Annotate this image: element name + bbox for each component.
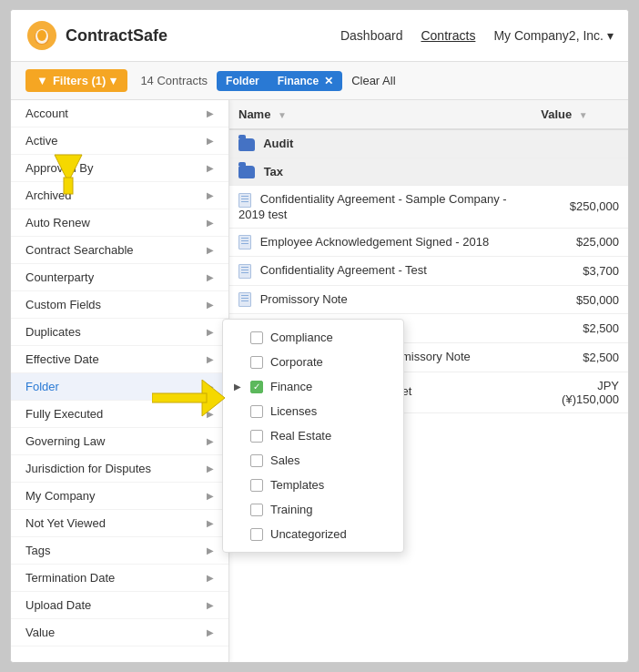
checkbox-icon[interactable] — [250, 356, 263, 369]
value-cell — [532, 129, 628, 158]
name-cell: Audit — [229, 129, 532, 158]
filter-arrow-icon: ▶ — [207, 436, 214, 446]
name-cell: Confidentiality Agreement - Test — [229, 257, 532, 286]
table-row[interactable]: Promissory Note $50,000 — [229, 285, 628, 314]
subfolder-item-uncategorized[interactable]: Uncategorized — [223, 522, 403, 546]
subfolder-item-corporate[interactable]: Corporate — [223, 350, 403, 374]
filter-menu-item-my-company[interactable]: My Company▶ — [11, 483, 228, 510]
name-cell: Tax — [229, 158, 532, 186]
filter-arrow-icon: ▶ — [207, 545, 214, 555]
content-area: Account▶Active▶Approved By▶Archived▶Auto… — [11, 100, 628, 662]
filter-menu-item-tags[interactable]: Tags▶ — [11, 537, 228, 565]
svg-point-2 — [37, 30, 46, 41]
filter-arrow-icon: ▶ — [207, 491, 214, 501]
filter-menu-item-value[interactable]: Value▶ — [11, 619, 228, 647]
nav-contracts[interactable]: Contracts — [421, 28, 475, 43]
filter-menu-item-governing-law[interactable]: Governing Law▶ — [11, 428, 228, 455]
filter-menu-item-not-yet-viewed[interactable]: Not Yet Viewed▶ — [11, 510, 228, 537]
filter-menu: Account▶Active▶Approved By▶Archived▶Auto… — [11, 100, 229, 662]
table-row[interactable]: Employee Acknowledgement Signed - 2018 $… — [229, 228, 628, 257]
filter-tag-folder: Folder — [217, 71, 269, 91]
nav-company[interactable]: My Company2, Inc. ▾ — [493, 28, 614, 43]
checkbox-icon[interactable] — [250, 479, 263, 492]
funnel-icon: ▼ — [36, 74, 48, 87]
doc-icon — [238, 193, 251, 208]
expand-arrow-icon: ▶ — [234, 382, 243, 392]
filter-tag-close-icon[interactable]: ✕ — [324, 75, 333, 87]
filter-menu-item-approved-by[interactable]: Approved By▶ — [11, 155, 228, 182]
nav-dashboard[interactable]: Dashboard — [340, 28, 403, 43]
filter-label: Jurisdiction for Disputes — [25, 462, 151, 475]
contract-name: Employee Acknowledgement Signed - 2018 — [260, 235, 490, 249]
table-row[interactable]: Confidentiality Agreement - Sample Compa… — [229, 186, 628, 229]
filter-menu-item-effective-date[interactable]: Effective Date▶ — [11, 346, 228, 373]
filter-menu-item-counterparty[interactable]: Counterparty▶ — [11, 264, 228, 291]
filter-arrow-icon: ▶ — [207, 600, 214, 610]
name-cell: Confidentiality Agreement - Sample Compa… — [229, 186, 532, 229]
header: ContractSafe Dashboard Contracts My Comp… — [11, 10, 628, 62]
checkbox-icon[interactable] — [250, 528, 263, 541]
filter-label: Contract Searchable — [25, 243, 134, 257]
checkbox-icon[interactable] — [250, 430, 263, 443]
subfolder-item-finance[interactable]: ▶ Finance — [223, 374, 403, 399]
checkbox-icon[interactable] — [250, 454, 263, 467]
chevron-down-icon: ▾ — [607, 28, 614, 43]
filter-menu-item-folder[interactable]: Folder▶ — [11, 373, 228, 401]
filter-menu-item-account[interactable]: Account▶ — [11, 100, 228, 127]
col-name[interactable]: Name ▼ — [229, 100, 532, 129]
contract-value: $50,000 — [576, 293, 619, 307]
clear-all-button[interactable]: Clear All — [351, 74, 395, 87]
filter-menu-item-active[interactable]: Active▶ — [11, 127, 228, 155]
subfolder-item-real-estate[interactable]: Real Estate — [223, 423, 403, 448]
folder-icon — [238, 138, 255, 151]
subfolder-item-compliance[interactable]: Compliance — [223, 325, 403, 350]
filter-menu-item-archived[interactable]: Archived▶ — [11, 182, 228, 209]
filter-menu-item-contract-searchable[interactable]: Contract Searchable▶ — [11, 237, 228, 264]
filter-menu-item-auto-renew[interactable]: Auto Renew▶ — [11, 209, 228, 237]
table-row[interactable]: Audit — [229, 129, 628, 158]
checkbox-icon[interactable] — [250, 405, 263, 418]
subfolder-item-training[interactable]: Training — [223, 497, 403, 522]
value-cell: $25,000 — [532, 228, 628, 257]
filter-label: Tags — [25, 544, 50, 557]
contract-name: Promissory Note — [260, 292, 348, 306]
checkbox-icon[interactable] — [250, 381, 263, 393]
value-cell — [532, 158, 628, 186]
filter-label: Folder — [25, 380, 59, 393]
filter-label: My Company — [25, 489, 96, 503]
caret-icon: ▾ — [110, 74, 117, 87]
filter-menu-item-upload-date[interactable]: Upload Date▶ — [11, 592, 228, 619]
value-cell: $250,000 — [532, 186, 628, 229]
subfolder-item-templates[interactable]: Templates — [223, 473, 403, 497]
table-row[interactable]: Confidentiality Agreement - Test $3,700 — [229, 257, 628, 286]
filter-arrow-icon: ▶ — [207, 218, 214, 228]
filter-label: Archived — [25, 188, 72, 202]
subfolder-item-sales[interactable]: Sales — [223, 448, 403, 473]
filter-label: Value — [25, 626, 55, 639]
subfolder-label: Corporate — [270, 355, 323, 369]
name-cell: Promissory Note — [229, 285, 532, 314]
filter-label: Active — [25, 134, 57, 148]
subfolder-label: Licenses — [270, 404, 317, 418]
filter-menu-item-duplicates[interactable]: Duplicates▶ — [11, 319, 228, 346]
table-row[interactable]: Tax — [229, 158, 628, 186]
checkbox-icon[interactable] — [250, 331, 263, 344]
filter-menu-item-fully-executed[interactable]: Fully Executed▶ — [11, 401, 228, 428]
col-value[interactable]: Value ▼ — [532, 100, 628, 129]
filter-menu-item-custom-fields[interactable]: Custom Fields▶ — [11, 291, 228, 319]
filter-menu-item-termination-date[interactable]: Termination Date▶ — [11, 565, 228, 592]
filter-menu-item-jurisdiction-for-disputes[interactable]: Jurisdiction for Disputes▶ — [11, 455, 228, 483]
filter-arrow-icon: ▶ — [207, 354, 214, 364]
filter-arrow-icon: ▶ — [207, 463, 214, 473]
filter-arrow-icon: ▶ — [207, 190, 214, 200]
subfolder-item-licenses[interactable]: Licenses — [223, 399, 403, 423]
filter-arrow-icon: ▶ — [207, 136, 214, 146]
contract-value: JPY (¥)150,000 — [562, 379, 619, 406]
checkbox-icon[interactable] — [250, 504, 263, 516]
filter-arrow-icon: ▶ — [207, 518, 214, 528]
filters-button[interactable]: ▼ Filters (1) ▾ — [25, 69, 127, 92]
toolbar: ▼ Filters (1) ▾ 14 Contracts Folder Fina… — [11, 62, 628, 100]
filter-label: Not Yet Viewed — [25, 516, 106, 530]
contract-value: $3,700 — [583, 264, 619, 278]
main-window: ContractSafe Dashboard Contracts My Comp… — [10, 9, 629, 663]
